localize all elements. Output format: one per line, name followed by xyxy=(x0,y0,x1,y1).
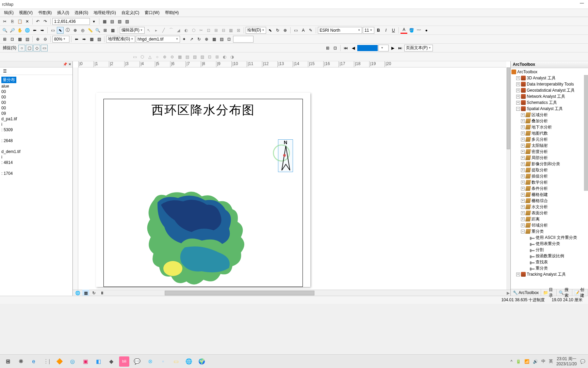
paste-icon[interactable]: 📋 xyxy=(16,18,23,25)
last-icon[interactable]: ⏭ xyxy=(397,45,404,51)
toolset-item[interactable]: +栅格综合 xyxy=(511,198,587,204)
list-icon[interactable]: ☰ xyxy=(1,68,8,75)
tool-icon[interactable]: ▦ xyxy=(101,18,108,25)
toolset-item[interactable]: +太阳辐射 xyxy=(511,142,587,149)
tool-item[interactable]: 分割 xyxy=(511,247,587,253)
tool-icon[interactable]: ⊞ xyxy=(1,36,8,43)
pin-icon[interactable]: 📌 xyxy=(63,62,67,66)
menu-bookmark[interactable]: 书签(B) xyxy=(35,9,54,17)
map-title[interactable]: 西环区降水分布图 xyxy=(104,102,303,119)
tool-item[interactable]: 重分类 xyxy=(511,265,587,271)
tool-icon[interactable]: ⊡ xyxy=(332,45,339,51)
tool-icon[interactable]: ▧ xyxy=(116,18,123,25)
arrow-icon[interactable]: ⬉ xyxy=(57,27,64,34)
font-dropdown[interactable]: ESRI North▼ xyxy=(318,27,362,34)
delete-icon[interactable]: ✕ xyxy=(24,18,31,25)
tool-icon[interactable]: ↻ xyxy=(196,36,202,43)
toolset-item[interactable]: +水文分析 xyxy=(511,204,587,210)
zoom-icon[interactable]: ⊕ xyxy=(282,27,289,34)
toolbox-item[interactable]: +Data Interoperability Tools xyxy=(511,81,587,87)
tab-catalog[interactable]: 📁目录 xyxy=(541,289,557,296)
task-app-icon[interactable]: ⊗ xyxy=(145,356,155,367)
tool-item[interactable]: 使用 ASCII 文件重分类 xyxy=(511,234,587,241)
tool-icon[interactable]: ⊕ xyxy=(34,36,41,43)
select-element-icon[interactable]: ⬉ xyxy=(267,27,274,34)
toolset-item[interactable]: +插值分析 xyxy=(511,173,587,179)
edit-tool-icon[interactable]: ⊡ xyxy=(205,27,212,34)
snap-point-icon[interactable]: ○ xyxy=(18,45,25,51)
tool-item[interactable]: 按函数重设比例 xyxy=(511,253,587,259)
clock[interactable]: 23:01 周一 2023/11/20 xyxy=(556,356,577,366)
tool-icon[interactable]: ⊞ xyxy=(102,27,109,34)
italic-icon[interactable]: I xyxy=(382,27,389,34)
tool-icon[interactable]: ◐ xyxy=(221,53,228,60)
text-icon[interactable]: A xyxy=(300,27,307,34)
toc-tree[interactable]: 量分布 alue0000000009d_pa1.tifi: 5309 : 264… xyxy=(0,75,72,296)
toc-item[interactable] xyxy=(1,165,71,171)
menu-help[interactable]: 帮助(H) xyxy=(162,9,182,17)
task-app-icon[interactable]: ◎ xyxy=(67,356,78,367)
toc-item[interactable]: : 2648 xyxy=(1,138,71,143)
tool-icon[interactable]: △ xyxy=(146,53,153,60)
editor-dropdown[interactable]: 编辑器(R)▼ xyxy=(120,27,145,34)
vertical-scrollbar[interactable] xyxy=(506,67,510,290)
toc-item[interactable] xyxy=(1,143,71,149)
toc-selected-layer[interactable]: 量分布 xyxy=(1,77,16,83)
tool-icon[interactable]: ▨ xyxy=(124,18,130,25)
measure-icon[interactable]: 📏 xyxy=(87,27,94,34)
dropdown-icon[interactable]: ▾ xyxy=(91,18,97,25)
fontcolor-icon[interactable]: A xyxy=(401,27,407,34)
pan-icon[interactable]: ✋ xyxy=(16,27,23,34)
toc-item[interactable]: : 1704 xyxy=(1,171,71,176)
toc-item[interactable]: i xyxy=(1,154,71,160)
tool-icon[interactable]: ▨ xyxy=(96,36,102,43)
blender-icon[interactable]: 🔶 xyxy=(54,356,65,367)
georef-layer-dropdown[interactable]: hhgd_dem1.tif▼ xyxy=(136,36,180,43)
scale-input[interactable] xyxy=(52,18,90,25)
menu-window[interactable]: 窗口(W) xyxy=(142,9,162,17)
marker-icon[interactable]: ● xyxy=(423,27,430,34)
task-app-icon[interactable]: ▭ xyxy=(171,356,181,367)
task-app-icon[interactable]: ⋮| xyxy=(42,356,52,367)
menu-customize[interactable]: 自定义(C) xyxy=(119,9,142,17)
zoomin-icon[interactable]: 🔍 xyxy=(1,27,8,34)
tool-icon[interactable]: ⊕ xyxy=(161,53,168,60)
map-canvas[interactable]: |0|1|2|3|4|5|6|7|8|9|10|11|12|13|14|15|1… xyxy=(73,61,510,296)
task-app-icon[interactable]: ◧ xyxy=(93,356,103,367)
toc-item[interactable]: i xyxy=(1,122,71,127)
toolset-item[interactable]: +数学分析 xyxy=(511,179,587,185)
wechat-icon[interactable]: 💬 xyxy=(132,356,142,367)
toolbox-item[interactable]: +Geostatistical Analyst 工具 xyxy=(511,87,587,93)
tool-icon[interactable]: ▧ xyxy=(191,53,198,60)
linecolor-icon[interactable]: 〰 xyxy=(415,27,422,34)
rotate-icon[interactable]: ↻ xyxy=(274,27,281,34)
horizontal-scrollbar[interactable] xyxy=(103,290,506,296)
toc-item[interactable]: 00 xyxy=(1,89,71,94)
tool-icon[interactable]: ▦ xyxy=(211,36,217,43)
edit-tool-icon[interactable]: ✂ xyxy=(198,27,205,34)
toolbox-item[interactable]: −Spatial Analyst 工具 xyxy=(511,106,587,112)
toolset-item[interactable]: +提取分析 xyxy=(511,167,587,173)
toolset-item[interactable]: −重分类 xyxy=(511,228,587,234)
edit-tool-icon[interactable]: ◢ xyxy=(175,27,182,34)
snap-end-icon[interactable]: ▢ xyxy=(26,45,33,51)
tab-arctoolbox[interactable]: 🔧ArcToolbox xyxy=(511,289,541,296)
fillcolor-icon[interactable]: 🪣 xyxy=(408,27,415,34)
tool-icon[interactable]: ▭ xyxy=(131,53,138,60)
toc-item[interactable]: 00 xyxy=(1,94,71,100)
edit-tool-icon[interactable]: ↖ xyxy=(145,27,152,34)
edit-tool-icon[interactable]: ⊟ xyxy=(220,27,227,34)
start-icon[interactable]: ⊞ xyxy=(3,356,13,367)
task-app-icon[interactable]: bili xyxy=(119,356,129,367)
tool-icon[interactable]: ▦ xyxy=(109,27,116,34)
tool-icon[interactable]: ⬡ xyxy=(139,53,146,60)
tool-icon[interactable]: ▦ xyxy=(176,53,183,60)
snap-edge-icon[interactable]: ▭ xyxy=(41,45,48,51)
toc-item[interactable]: 00 xyxy=(1,100,71,105)
next-extent-icon[interactable]: ➡ xyxy=(39,27,46,34)
tab-search[interactable]: 🔍搜索 xyxy=(557,289,572,296)
toc-item[interactable]: alue xyxy=(1,83,71,89)
georef-dropdown[interactable]: 地理配准(G)▼ xyxy=(106,36,135,43)
copy-icon[interactable]: ⎘ xyxy=(9,18,16,25)
toolset-item[interactable]: +密度分析 xyxy=(511,149,587,155)
